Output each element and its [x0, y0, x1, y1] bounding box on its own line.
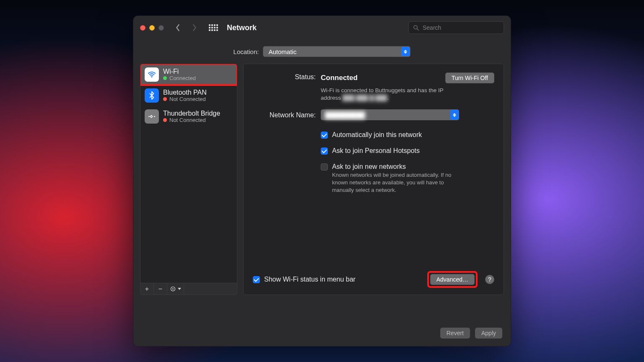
- advanced-highlight: Advanced…: [427, 271, 478, 288]
- show-all-prefs-button[interactable]: [208, 23, 218, 33]
- thunderbolt-bridge-icon: [145, 109, 159, 124]
- show-status-checkbox-row[interactable]: Show Wi-Fi status in menu bar: [253, 276, 356, 283]
- location-label: Location:: [234, 48, 259, 55]
- svg-point-4: [154, 116, 155, 117]
- svg-point-2: [151, 76, 153, 78]
- status-dot-icon: [163, 76, 167, 80]
- checkbox-icon: [253, 276, 260, 283]
- apply-button[interactable]: Apply: [475, 328, 502, 339]
- close-window-button[interactable]: [140, 25, 145, 31]
- hotspots-checkbox-row[interactable]: Ask to join Personal Hotspots: [321, 147, 494, 155]
- network-name-label: Network Name:: [253, 111, 316, 119]
- status-value: Connected: [321, 74, 439, 82]
- search-input[interactable]: [423, 24, 499, 31]
- service-name: Thunderbolt Bridge: [163, 110, 220, 117]
- network-preferences-window: Network Location: Automatic Wi-Fi: [133, 16, 511, 346]
- service-item-bluetooth-pan[interactable]: Bluetooth PAN Not Connected: [140, 85, 237, 106]
- wifi-toggle-button[interactable]: Turn Wi-Fi Off: [445, 72, 494, 83]
- forward-button[interactable]: [189, 21, 200, 34]
- service-item-wifi[interactable]: Wi-Fi Connected: [140, 64, 237, 85]
- status-label: Status:: [253, 72, 316, 81]
- minimize-window-button[interactable]: [149, 25, 155, 31]
- up-down-icon: [450, 110, 459, 120]
- checkbox-icon: [321, 147, 328, 155]
- fullscreen-window-button[interactable]: [158, 25, 164, 31]
- service-detail-panel: Status: Connected Turn Wi-Fi Off Wi-Fi i…: [243, 64, 504, 295]
- window-action-buttons: Revert Apply: [440, 328, 502, 339]
- service-sidebar: Wi-Fi Connected Bluetooth PAN Not Connec…: [140, 64, 237, 295]
- back-button[interactable]: [172, 21, 183, 34]
- show-status-label: Show Wi-Fi status in menu bar: [264, 276, 356, 283]
- gear-icon: [170, 286, 176, 292]
- status-dot-icon: [163, 118, 167, 122]
- window-controls: [140, 25, 164, 31]
- service-status: Not Connected: [169, 117, 206, 123]
- status-dot-icon: [163, 97, 167, 101]
- service-toolbar: + −: [140, 283, 237, 295]
- help-button[interactable]: ?: [485, 275, 494, 284]
- checkbox-icon: [321, 132, 328, 139]
- new-networks-description: Known networks will be joined automatica…: [332, 171, 466, 194]
- service-status: Connected: [169, 75, 196, 81]
- titlebar: Network: [133, 16, 511, 39]
- chevron-right-icon: [192, 24, 197, 31]
- svg-point-6: [172, 288, 174, 290]
- advanced-button[interactable]: Advanced…: [430, 274, 475, 285]
- location-select[interactable]: Automatic: [263, 46, 410, 57]
- add-service-button[interactable]: +: [140, 283, 154, 295]
- search-icon: [413, 25, 419, 31]
- service-actions-menu[interactable]: [167, 283, 184, 295]
- window-title: Network: [227, 23, 257, 32]
- svg-line-1: [417, 28, 419, 30]
- network-name-value: █████████: [325, 111, 365, 119]
- up-down-icon: [401, 47, 410, 56]
- service-name: Wi-Fi: [163, 68, 196, 75]
- revert-button[interactable]: Revert: [440, 328, 470, 339]
- chevron-left-icon: [175, 24, 181, 31]
- service-item-thunderbolt-bridge[interactable]: Thunderbolt Bridge Not Connected: [140, 106, 237, 127]
- search-field[interactable]: [408, 21, 504, 34]
- status-description: Wi-Fi is connected to Buttnuggets and ha…: [321, 87, 463, 102]
- checkbox-icon: [321, 163, 328, 171]
- service-name: Bluetooth PAN: [163, 89, 207, 96]
- wifi-icon: [145, 67, 159, 82]
- network-name-select[interactable]: █████████: [321, 109, 459, 120]
- location-value: Automatic: [268, 48, 296, 55]
- service-status: Not Connected: [169, 96, 206, 102]
- hotspots-label: Ask to join Personal Hotspots: [332, 147, 420, 155]
- new-networks-checkbox-row[interactable]: Ask to join new networks: [321, 163, 494, 171]
- svg-point-3: [148, 116, 150, 117]
- new-networks-label: Ask to join new networks: [332, 163, 406, 171]
- location-row: Location: Automatic: [133, 39, 511, 64]
- auto-join-checkbox-row[interactable]: Automatically join this network: [321, 131, 494, 139]
- service-list: Wi-Fi Connected Bluetooth PAN Not Connec…: [140, 64, 237, 283]
- auto-join-label: Automatically join this network: [332, 131, 422, 139]
- bluetooth-icon: [145, 88, 159, 103]
- remove-service-button[interactable]: −: [154, 283, 167, 295]
